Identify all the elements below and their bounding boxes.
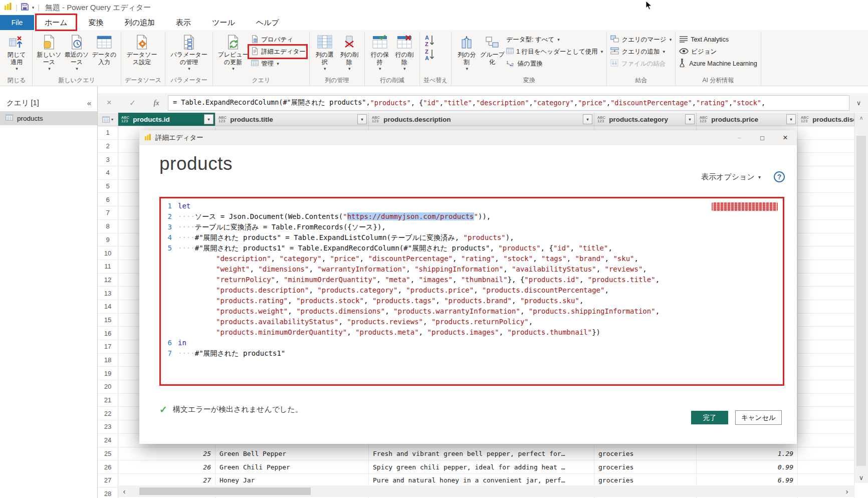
- column-filter-icon[interactable]: ▾: [583, 114, 592, 124]
- table-cell[interactable]: [798, 153, 854, 166]
- table-cell[interactable]: [798, 460, 854, 473]
- table-cell[interactable]: 25: [118, 447, 215, 460]
- manage-button[interactable]: 管理▾: [251, 59, 306, 69]
- replace-values-button[interactable]: 12値の置換: [506, 59, 603, 69]
- help-icon[interactable]: ?: [774, 171, 785, 182]
- table-cell[interactable]: [798, 140, 854, 153]
- azure-ml-button[interactable]: Azure Machine Learning: [679, 59, 757, 69]
- refresh-preview-button[interactable]: プレビューの更新▾: [216, 32, 250, 72]
- table-cell[interactable]: [798, 180, 854, 193]
- code-line-content[interactable]: ····ソース = Json.Document(Web.Contents("ht…: [178, 211, 783, 222]
- manage-parameters-button[interactable]: パラメーターの管理▾: [169, 32, 209, 72]
- table-cell[interactable]: [798, 246, 854, 260]
- table-cell[interactable]: [798, 367, 854, 380]
- column-header-products.description[interactable]: ABC123products.description▾: [369, 113, 594, 126]
- cancel-formula-icon[interactable]: ×: [107, 98, 112, 108]
- table-cell[interactable]: [798, 474, 854, 487]
- table-cell[interactable]: [798, 354, 854, 367]
- remove-columns-button[interactable]: 列の削除▾: [338, 32, 361, 72]
- code-line-content[interactable]: let: [178, 201, 783, 211]
- query-item-products[interactable]: products: [0, 111, 97, 125]
- column-header-products.discou[interactable]: ABC123products.discou: [798, 113, 854, 126]
- table-cell[interactable]: [798, 300, 854, 313]
- code-line-content[interactable]: ····テーブルに変換済み = Table.FromRecords({ソース})…: [178, 222, 783, 232]
- table-cell[interactable]: [798, 166, 854, 179]
- recent-sources-button[interactable]: 最近のソース▾: [64, 32, 90, 72]
- minimize-icon[interactable]: −: [728, 130, 751, 145]
- maximize-icon[interactable]: □: [751, 130, 774, 145]
- save-icon[interactable]: [21, 3, 29, 13]
- table-cell[interactable]: 26: [118, 460, 215, 473]
- horizontal-scrollbar[interactable]: ‹ ›: [118, 485, 854, 497]
- horizontal-scrollbar-thumb[interactable]: [139, 487, 311, 495]
- menu-file[interactable]: File: [0, 15, 34, 30]
- scroll-left-icon[interactable]: ‹: [118, 487, 130, 495]
- cancel-button[interactable]: キャンセル: [735, 410, 782, 425]
- table-cell[interactable]: Green Bell Pepper: [215, 447, 369, 460]
- append-queries-button[interactable]: クエリの追加▾: [610, 47, 672, 57]
- column-header-products.title[interactable]: ABC123products.title▾: [215, 113, 369, 126]
- table-cell[interactable]: Fresh and vibrant green bell pepper, per…: [369, 447, 594, 460]
- advanced-editor-button[interactable]: 詳細エディター: [251, 47, 306, 57]
- data-source-settings-button[interactable]: データソース設定: [125, 32, 159, 66]
- choose-columns-button[interactable]: 列の選択▾: [313, 32, 336, 72]
- display-options-dropdown[interactable]: 表示オプション ▾: [701, 172, 761, 182]
- scroll-down-icon[interactable]: ∨: [854, 472, 868, 483]
- table-cell[interactable]: groceries: [594, 460, 697, 473]
- table-cell[interactable]: 6.99: [697, 474, 798, 487]
- table-cell[interactable]: Pure and natural honey in a convenient j…: [369, 474, 594, 487]
- table-cell[interactable]: [798, 434, 854, 447]
- merge-queries-button[interactable]: クエリのマージ▾: [610, 35, 672, 45]
- expand-formula-bar-icon[interactable]: ∨: [849, 99, 868, 107]
- vertical-scrollbar[interactable]: ∧ ∨: [854, 113, 868, 483]
- table-cell[interactable]: [798, 314, 854, 327]
- scroll-up-icon[interactable]: ∧: [854, 113, 868, 123]
- table-cell[interactable]: [798, 206, 854, 219]
- table-cell[interactable]: [798, 126, 854, 139]
- code-line-content[interactable]: ····#"展開された products1" = Table.ExpandRec…: [178, 243, 783, 338]
- table-cell[interactable]: [798, 340, 854, 353]
- menu-transform[interactable]: 変換: [78, 15, 114, 30]
- text-analytics-button[interactable]: Text Analytics: [679, 35, 757, 45]
- vertical-scrollbar-thumb[interactable]: [856, 136, 866, 466]
- menu-add-column[interactable]: 列の追加: [114, 15, 165, 30]
- column-filter-icon[interactable]: ▾: [357, 114, 367, 124]
- table-cell[interactable]: [798, 407, 854, 420]
- menu-view[interactable]: 表示: [165, 15, 201, 30]
- table-cell[interactable]: Green Chili Pepper: [215, 460, 369, 473]
- use-first-row-as-headers-button[interactable]: 1 行目をヘッダーとして使用▾: [506, 47, 603, 57]
- remove-rows-button[interactable]: 行の削除▾: [393, 32, 416, 72]
- group-by-button[interactable]: グループ化: [480, 32, 505, 66]
- code-line-content[interactable]: in: [178, 338, 783, 348]
- dialog-title-bar[interactable]: 詳細エディター − □ ×: [139, 130, 797, 145]
- column-filter-icon[interactable]: ▾: [786, 114, 796, 124]
- table-cell[interactable]: [798, 420, 854, 433]
- sort-ascending-button[interactable]: AZ: [423, 35, 437, 47]
- table-cell[interactable]: 1.29: [697, 447, 798, 460]
- table-cell[interactable]: [798, 287, 854, 300]
- table-cell[interactable]: [798, 327, 854, 340]
- table-cell[interactable]: [798, 274, 854, 287]
- table-cell[interactable]: 27: [118, 474, 215, 487]
- commit-formula-icon[interactable]: ✓: [129, 98, 136, 108]
- enter-data-button[interactable]: データの入力: [91, 32, 117, 66]
- vision-button[interactable]: ビジョン: [679, 47, 757, 57]
- split-column-button[interactable]: 列の分割▾: [455, 32, 478, 72]
- formula-input[interactable]: = Table.ExpandRecordColumn(#"展開された produ…: [168, 95, 849, 111]
- data-type-button[interactable]: データ型: すべて▾: [506, 35, 603, 45]
- m-code-editor[interactable]: 1let2····ソース = Json.Document(Web.Content…: [159, 197, 784, 386]
- new-source-button[interactable]: 新しいソース▾: [36, 32, 62, 72]
- keep-rows-button[interactable]: 行の保持▾: [368, 32, 391, 72]
- code-line-content[interactable]: ····#"展開された products" = Table.ExpandList…: [178, 232, 783, 243]
- column-filter-icon[interactable]: ▾: [685, 114, 695, 124]
- close-and-apply-button[interactable]: 閉じて適用▾: [5, 32, 29, 72]
- table-cell[interactable]: [798, 380, 854, 393]
- column-header-products.category[interactable]: ABC123products.category▾: [594, 113, 697, 126]
- table-cell[interactable]: [798, 447, 854, 460]
- table-cell[interactable]: [798, 233, 854, 246]
- column-header-products.id[interactable]: ABC123products.id▾: [118, 113, 215, 126]
- properties-button[interactable]: プロパティ: [251, 35, 306, 45]
- table-cell[interactable]: 0.99: [697, 460, 798, 473]
- table-cell[interactable]: Honey Jar: [215, 474, 369, 487]
- table-cell[interactable]: Spicy green chili pepper, ideal for addi…: [369, 460, 594, 473]
